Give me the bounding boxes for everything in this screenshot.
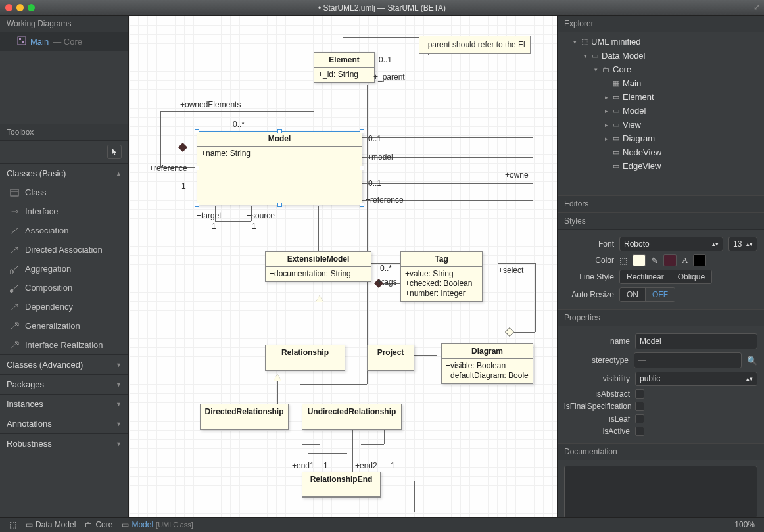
sb-project[interactable]: ⬚	[7, 520, 19, 529]
name-input[interactable]	[635, 333, 757, 349]
chevron-right-icon: ▸	[603, 135, 609, 142]
tool-dependency[interactable]: Dependency	[0, 297, 128, 316]
is-leaf-checkbox[interactable]	[635, 414, 644, 423]
line-style-label: Line Style	[564, 272, 614, 281]
cursor-tool-button[interactable]	[107, 145, 122, 159]
chevron-down-icon: ▼	[116, 421, 122, 427]
rectilinear-button[interactable]: Rectilinear	[620, 270, 671, 283]
toolbox-group-instances[interactable]: Instances▼	[0, 394, 128, 414]
text-color-swatch[interactable]	[693, 254, 706, 266]
on-button[interactable]: ON	[620, 288, 646, 301]
canvas-area[interactable]: Element +_id: String Model +name: String…	[129, 16, 557, 517]
visibility-select[interactable]: public▴▾	[635, 372, 757, 386]
aggregation-icon	[9, 264, 20, 274]
interface-realization-icon	[9, 341, 20, 350]
tree-diagram[interactable]: ▸▭Diagram	[558, 132, 764, 145]
uml-class-diagram[interactable]: Diagram +visible: Boolean +defaultDiagra…	[441, 343, 533, 384]
uml-class-tag[interactable]: Tag +value: String +checked: Boolean +nu…	[400, 251, 483, 302]
uml-class-undirected-relationship[interactable]: UndirectedRelationship	[302, 404, 402, 430]
uml-note[interactable]: _parent should refer to the El	[419, 36, 531, 54]
search-icon[interactable]: 🔍	[747, 356, 757, 366]
oblique-button[interactable]: Oblique	[671, 270, 711, 283]
composition-icon	[9, 283, 20, 293]
pen-icon[interactable]: ✎	[651, 256, 658, 266]
tool-interface-realization[interactable]: Interface Realization	[0, 335, 128, 354]
toolbox-group-classes-advanced[interactable]: Classes (Advanced)▼	[0, 354, 128, 374]
right-sidebar: Explorer ▾⬚UML minified ▾▭Data Model ▾🗀C…	[557, 16, 764, 517]
is-final-checkbox[interactable]	[635, 402, 644, 411]
zoom-level[interactable]: 100%	[732, 520, 757, 529]
titlebar: • StarUML2.umlj — StarUML (BETA) ⤢	[0, 0, 764, 16]
properties-header: Properties	[558, 309, 764, 326]
working-diagram-item[interactable]: Main — Core	[0, 32, 128, 51]
uml-class-directed-relationship[interactable]: DirectedRelationship	[200, 404, 289, 430]
sb-data-model[interactable]: ▭Data Model	[23, 520, 78, 529]
styles-header: Styles	[558, 212, 764, 230]
tree-core[interactable]: ▾🗀Core	[558, 62, 764, 76]
toolbox-group-classes-basic[interactable]: Classes (Basic)▲	[0, 163, 128, 183]
interface-icon: ⊸	[9, 206, 20, 216]
tree-nodeview[interactable]: ▭NodeView	[558, 145, 764, 159]
svg-line-6	[11, 247, 18, 253]
editors-header: Editors	[558, 195, 764, 212]
class-icon: ▭	[613, 134, 619, 143]
line-color-swatch[interactable]	[663, 254, 677, 266]
uml-class-project[interactable]: Project	[367, 345, 414, 371]
auto-resize-label: Auto Resize	[564, 290, 614, 299]
font-label: Font	[564, 239, 614, 249]
zoom-window-button[interactable]	[28, 4, 35, 11]
svg-rect-3	[11, 189, 18, 196]
off-button[interactable]: OFF	[646, 288, 675, 301]
tree-main[interactable]: ▦Main	[558, 76, 764, 90]
select-arrows-icon: ▴▾	[712, 241, 719, 247]
fill-color-swatch[interactable]	[633, 254, 646, 266]
tree-element[interactable]: ▸▭Element	[558, 90, 764, 104]
chevron-down-icon: ▾	[582, 53, 588, 59]
uml-class-extensible-model[interactable]: ExtensibleModel +documentation: String	[265, 251, 371, 282]
svg-rect-1	[19, 38, 21, 40]
uml-class-model-selected[interactable]: Model +name: String	[197, 131, 362, 205]
text-color-icon[interactable]: A	[682, 255, 688, 266]
status-bar: ⬚ ▭Data Model 🗀Core ▭Model[UMLClass] 100…	[0, 517, 764, 532]
tree-root[interactable]: ▾⬚UML minified	[558, 35, 764, 49]
documentation-textarea[interactable]	[564, 466, 757, 517]
tool-directed-association[interactable]: Directed Association	[0, 240, 128, 259]
is-active-checkbox[interactable]	[635, 427, 644, 436]
tree-data-model[interactable]: ▾▭Data Model	[558, 49, 764, 62]
chevron-right-icon: ▸	[603, 94, 609, 101]
sb-core[interactable]: 🗀Core	[82, 520, 115, 529]
tool-aggregation[interactable]: Aggregation	[0, 259, 128, 278]
generalization-icon	[9, 322, 20, 331]
toolbox-group-annotations[interactable]: Annotations▼	[0, 414, 128, 433]
tool-generalization[interactable]: Generalization	[0, 316, 128, 335]
model-icon: ▭	[26, 520, 33, 529]
tool-association[interactable]: Association	[0, 221, 128, 240]
sb-model[interactable]: ▭Model[UMLClass]	[119, 520, 196, 529]
tree-view[interactable]: ▸▭View	[558, 118, 764, 132]
directed-association-icon	[9, 245, 20, 254]
project-icon: ⬚	[581, 37, 588, 46]
is-abstract-checkbox[interactable]	[635, 389, 644, 399]
stereotype-input[interactable]	[634, 352, 742, 368]
tool-composition[interactable]: Composition	[0, 278, 128, 297]
font-size-select[interactable]: 13▴▾	[728, 237, 757, 251]
toolbox-group-packages[interactable]: Packages▼	[0, 374, 128, 394]
tree-model[interactable]: ▸▭Model	[558, 104, 764, 118]
select-arrows-icon: ▴▾	[746, 375, 753, 382]
diagram-icon: ▦	[613, 79, 619, 87]
uml-class-element[interactable]: Element +_id: String	[314, 52, 375, 83]
toolbox-group-robustness[interactable]: Robustness▼	[0, 433, 128, 453]
minimize-window-button[interactable]	[16, 4, 24, 11]
fullscreen-icon[interactable]: ⤢	[753, 3, 760, 12]
association-icon	[9, 226, 20, 235]
color-picker-icon[interactable]: ⬚	[619, 256, 627, 266]
select-arrows-icon: ▴▾	[746, 241, 753, 247]
tool-class[interactable]: Class	[0, 183, 128, 202]
tree-edgeview[interactable]: ▭EdgeView	[558, 159, 764, 173]
uml-class-relationship[interactable]: Relationship	[265, 345, 345, 371]
tool-interface[interactable]: ⊸Interface	[0, 202, 128, 221]
uml-class-relationship-end[interactable]: RelationshipEnd	[302, 472, 381, 498]
font-select[interactable]: Roboto▴▾	[619, 237, 723, 251]
svg-line-9	[12, 285, 18, 291]
close-window-button[interactable]	[5, 4, 12, 11]
